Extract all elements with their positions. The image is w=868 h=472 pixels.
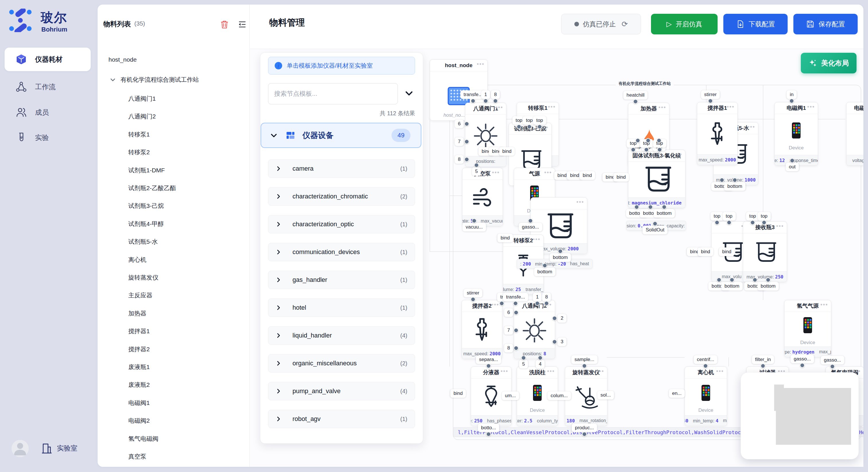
node-menu-icon[interactable]: ••• — [820, 301, 828, 308]
start-sim-button[interactable]: ▷ 开启仿真 — [651, 14, 718, 34]
tree-item-child-12[interactable]: 主反应器 — [128, 289, 152, 302]
port-dot[interactable] — [790, 158, 795, 163]
canvas-node-真空泵[interactable]: 真空泵••• pump_rate: 50max_vacuum: 0.1 — [462, 168, 503, 226]
tree-item-workstation[interactable]: 有机化学流程综合测试工作站 — [110, 73, 199, 86]
tree-item-child-5[interactable]: 试剂瓶1-DMF — [128, 164, 165, 177]
tree-item-child-18[interactable]: 电磁阀1 — [128, 397, 150, 409]
port-dot[interactable] — [750, 220, 755, 225]
port-dot[interactable] — [633, 99, 638, 104]
node-menu-icon[interactable]: ••• — [577, 199, 584, 205]
port-dot[interactable] — [527, 125, 532, 129]
tree-item-child-17[interactable]: 废液瓶2 — [128, 378, 150, 391]
category-gas_handler[interactable]: gas_handler (1) — [268, 271, 415, 289]
node-menu-icon[interactable]: ••• — [495, 104, 503, 111]
download-config-button[interactable]: 下载配置 — [723, 14, 787, 34]
port-dot[interactable] — [703, 364, 708, 369]
tree-item-child-10[interactable]: 离心机 — [128, 254, 146, 266]
port-dot[interactable] — [514, 346, 519, 351]
port-dot[interactable] — [657, 138, 662, 143]
port-dot[interactable] — [535, 301, 540, 306]
tree-item-child-14[interactable]: 搅拌器1 — [128, 325, 150, 338]
port-dot[interactable] — [761, 364, 766, 369]
tree-item-host-node[interactable]: host_node — [108, 53, 136, 66]
canvas-node-八通阀门2[interactable]: 八通阀门2••• positions: 8 — [514, 300, 555, 359]
node-menu-icon[interactable]: ••• — [658, 104, 666, 111]
port-dot[interactable] — [708, 99, 713, 103]
port-dot[interactable] — [800, 363, 805, 368]
port-dot[interactable] — [558, 249, 563, 254]
tree-item-child-4[interactable]: 转移泵2 — [128, 146, 150, 159]
category-camera[interactable]: camera (1) — [268, 160, 415, 178]
port-dot[interactable] — [657, 147, 662, 152]
tree-item-child-6[interactable]: 试剂瓶2-乙酸乙酯 — [128, 182, 176, 194]
port-dot[interactable] — [720, 178, 724, 183]
canvas-node-固体试剂瓶3-氯化镁[interactable]: 固体试剂瓶3-氯化镁••• agent: magnesium_chloridep… — [628, 150, 685, 208]
port-dot[interactable] — [730, 278, 735, 282]
port-dot[interactable] — [544, 301, 549, 306]
port-dot[interactable] — [631, 147, 636, 152]
trash-icon[interactable] — [220, 20, 229, 29]
port-dot[interactable] — [484, 99, 488, 103]
canvas-node-八通阀门1[interactable]: 八通阀门1••• positions: — [465, 103, 506, 167]
node-menu-icon[interactable]: ••• — [491, 301, 499, 308]
avatar[interactable] — [11, 440, 29, 457]
sidebar-item-4[interactable]: 实验 — [5, 128, 91, 148]
category-hotel[interactable]: hotel (1) — [268, 299, 415, 317]
port-dot[interactable] — [717, 278, 722, 282]
category-robot_agv[interactable]: robot_agv (1) — [268, 410, 415, 428]
port-dot[interactable] — [514, 310, 519, 315]
port-dot[interactable] — [789, 99, 794, 103]
port-dot[interactable] — [646, 138, 651, 143]
canvas-node-电磁阀1[interactable]: 电磁阀1••• Devicevoltage: 12response_time: … — [774, 102, 818, 166]
port-dot[interactable] — [644, 147, 649, 152]
node-menu-icon[interactable]: ••• — [533, 236, 540, 243]
search-input[interactable] — [268, 83, 398, 104]
port-dot[interactable] — [830, 364, 835, 369]
port-dot[interactable] — [537, 125, 542, 129]
port-dot[interactable] — [471, 99, 476, 103]
port-dot[interactable] — [486, 432, 491, 437]
port-dot[interactable] — [634, 205, 639, 210]
port-dot[interactable] — [538, 356, 543, 361]
node-menu-icon[interactable]: ••• — [776, 223, 784, 229]
node-menu-icon[interactable]: ••• — [547, 368, 555, 374]
port-dot[interactable] — [464, 139, 469, 144]
port-dot[interactable] — [762, 220, 767, 225]
chevron-down-icon[interactable] — [110, 76, 116, 83]
node-menu-icon[interactable]: ••• — [501, 368, 508, 374]
category-characterization_optic[interactable]: characterization_optic (1) — [268, 215, 415, 233]
port-dot[interactable] — [521, 356, 526, 361]
port-dot[interactable] — [766, 278, 771, 282]
tree-item-child-7[interactable]: 试剂瓶3-己烷 — [128, 200, 164, 212]
tree-item-child-2[interactable]: 八通阀门2 — [128, 110, 156, 123]
port-dot[interactable] — [517, 125, 522, 129]
refresh-icon[interactable]: ⟳ — [622, 20, 628, 29]
tree-item-child-15[interactable]: 搅拌器2 — [128, 343, 150, 356]
port-dot[interactable] — [514, 328, 519, 333]
category-liquid_handler[interactable]: liquid_handler (4) — [268, 326, 415, 345]
port-dot[interactable] — [472, 218, 477, 224]
port-dot[interactable] — [486, 364, 491, 369]
port-dot[interactable] — [513, 301, 518, 306]
minimap[interactable] — [741, 372, 859, 460]
port-dot[interactable] — [582, 364, 587, 369]
tree-item-child-8[interactable]: 试剂瓶4-甲醇 — [128, 217, 164, 230]
port-dot[interactable] — [499, 301, 504, 306]
canvas-node-电磁阀2[interactable]: 电磁阀2••• voltage: 12 — [846, 102, 863, 166]
node-menu-icon[interactable]: ••• — [807, 103, 815, 110]
sim-status-badge[interactable]: 仿真已停止 ⟳ — [561, 14, 641, 34]
port-dot[interactable] — [528, 218, 533, 224]
node-menu-icon[interactable]: ••• — [544, 169, 552, 176]
category-pump_and_valve[interactable]: pump_and_valve (4) — [268, 382, 415, 400]
canvas-node-离心机[interactable]: 离心机••• Devicetemp: 40min_temp: 4max_spe — [685, 367, 727, 426]
tree-item-child-3[interactable]: 转移泵1 — [128, 128, 150, 141]
port-dot[interactable] — [662, 205, 667, 210]
canvas-node-氢气气源[interactable]: 氢气气源••• Device_type: hydrogenmax_pre — [784, 300, 831, 357]
tree-item-child-13[interactable]: 加热器 — [128, 307, 146, 320]
port-dot[interactable] — [464, 157, 469, 162]
save-config-button[interactable]: 保存配置 — [794, 14, 858, 34]
port-dot[interactable] — [474, 163, 479, 168]
sidebar-item-3[interactable]: 成员 — [5, 102, 91, 123]
sidebar-item-2[interactable]: 工作流 — [5, 77, 91, 97]
canvas-node-接收瓶3[interactable]: 接收瓶3••• max_volume: 250 — [743, 222, 787, 282]
